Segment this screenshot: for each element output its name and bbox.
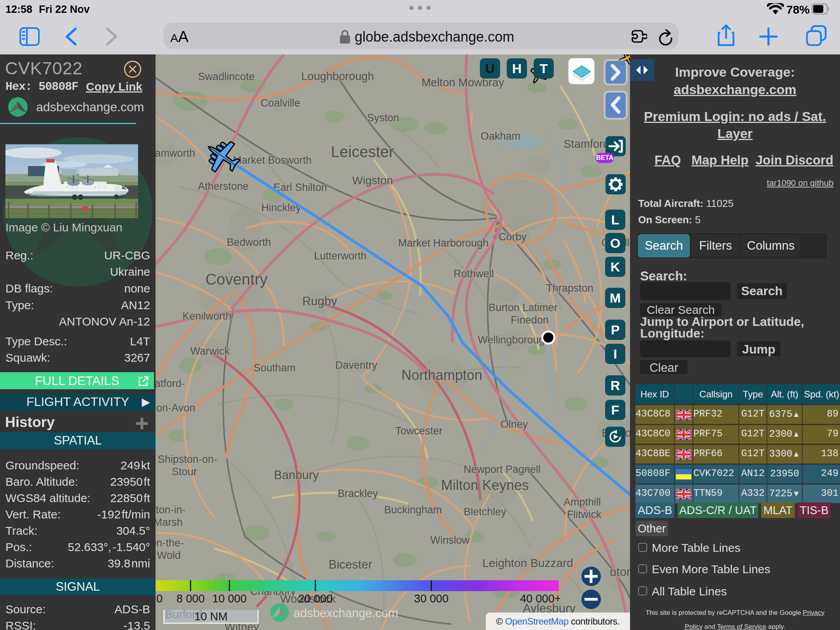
svg-text:Leighton Buzzard: Leighton Buzzard [482, 556, 573, 569]
svg-text:Shipston-on-: Shipston-on- [158, 453, 217, 465]
svg-text:Swadlincote: Swadlincote [198, 71, 255, 82]
svg-text:Market Harborough: Market Harborough [398, 237, 489, 249]
svg-text:Bletchley: Bletchley [464, 506, 506, 518]
svg-text:Stamford: Stamford [564, 138, 609, 150]
svg-text:Stour: Stour [172, 466, 197, 478]
svg-text:Warwick: Warwick [191, 345, 230, 357]
svg-text:Brackley: Brackley [338, 488, 378, 499]
svg-text:Marsh: Marsh [156, 516, 183, 528]
svg-text:ratford-: ratford- [156, 378, 185, 389]
svg-text:Flitwick: Flitwick [567, 509, 602, 520]
svg-text:Winslow: Winslow [430, 534, 470, 546]
svg-text:Thrapston: Thrapston [546, 282, 593, 294]
svg-text:Bicester: Bicester [329, 558, 372, 571]
svg-text:Finedon: Finedon [511, 314, 549, 326]
svg-text:Southam: Southam [254, 362, 296, 374]
svg-text:Daventry: Daventry [335, 359, 378, 371]
svg-text:40 000+: 40 000+ [520, 592, 560, 605]
svg-text:Buckingham: Buckingham [384, 504, 442, 516]
svg-text:20 000: 20 000 [298, 592, 333, 605]
svg-text:Leicester: Leicester [331, 143, 394, 160]
svg-text:on-the-: on-the- [156, 537, 184, 549]
svg-text:Corby: Corby [499, 231, 527, 243]
svg-text:Rugby: Rugby [302, 294, 337, 308]
svg-text:Wigston: Wigston [352, 174, 393, 187]
svg-text:Wold: Wold [157, 550, 180, 561]
svg-text:reton-in-: reton-in- [156, 504, 186, 516]
svg-text:Burton Latimer: Burton Latimer [488, 302, 557, 313]
svg-text:uton: uton [610, 565, 630, 579]
svg-text:Banbury: Banbury [274, 468, 319, 482]
svg-text:0: 0 [156, 592, 163, 605]
svg-text:Coventry: Coventry [205, 271, 268, 288]
svg-text:Towcester: Towcester [395, 425, 443, 437]
svg-text:on-Avon: on-Avon [156, 402, 195, 414]
svg-text:Market Bosworth: Market Bosworth [233, 154, 312, 166]
svg-text:Coalville: Coalville [261, 97, 300, 109]
svg-text:Olney: Olney [500, 418, 528, 430]
svg-text:Atherstone: Atherstone [198, 180, 249, 192]
svg-text:Newport Pagnell: Newport Pagnell [464, 464, 541, 475]
svg-text:30 000: 30 000 [414, 592, 449, 605]
svg-text:Bedworth: Bedworth [227, 236, 271, 248]
svg-text:Kenilworth: Kenilworth [182, 310, 231, 322]
svg-text:10 000: 10 000 [212, 592, 247, 605]
svg-text:Ampthill: Ampthill [564, 496, 601, 508]
svg-text:Oakham: Oakham [481, 130, 520, 142]
svg-text:Loughborough: Loughborough [301, 70, 374, 82]
svg-text:Northampton: Northampton [401, 367, 482, 383]
svg-text:Syston: Syston [367, 112, 399, 124]
svg-text:Rothwell: Rothwell [453, 268, 494, 280]
svg-text:Wellingborough: Wellingborough [478, 334, 550, 346]
svg-text:amworth: amworth [156, 147, 195, 159]
svg-text:Earl Shilton: Earl Shilton [273, 182, 327, 193]
svg-text:8 000: 8 000 [177, 592, 205, 605]
svg-text:Lutterworth: Lutterworth [314, 250, 366, 262]
svg-text:Milton Keynes: Milton Keynes [441, 477, 529, 493]
